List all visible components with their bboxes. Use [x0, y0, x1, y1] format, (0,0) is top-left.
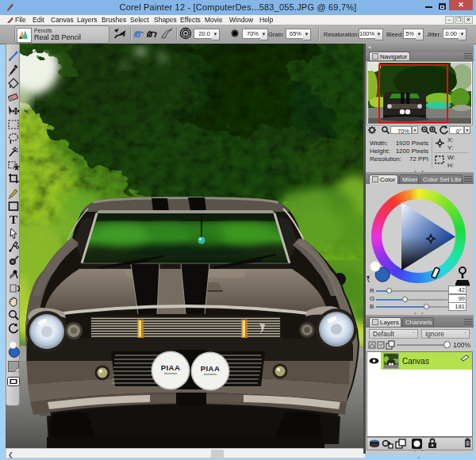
svg-text:PIAA: PIAA [161, 363, 180, 372]
svg-text:T: T [10, 213, 17, 226]
svg-text:PIAA: PIAA [201, 364, 220, 373]
